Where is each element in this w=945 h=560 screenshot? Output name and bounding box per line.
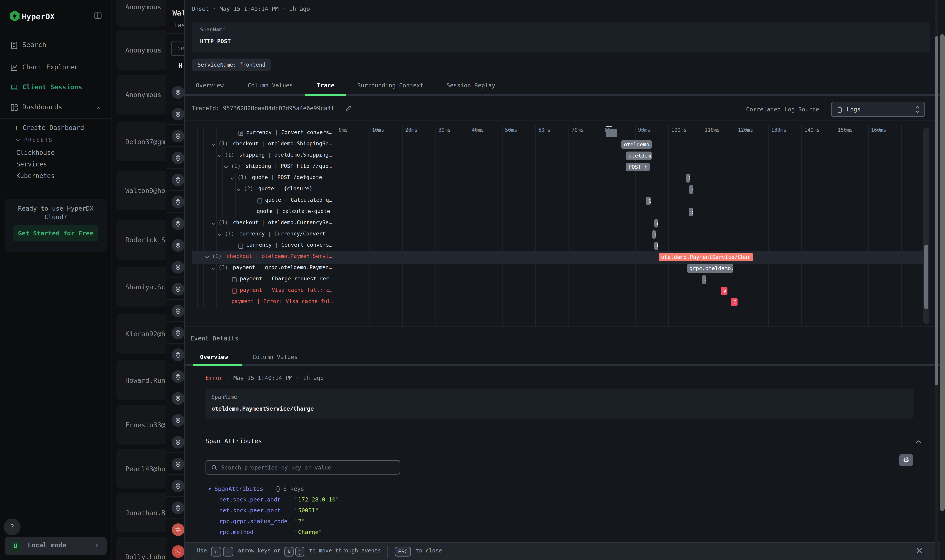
- attributes-root-row[interactable]: ▼ SpanAttributes {} 6 keys: [208, 485, 304, 492]
- session-event-row[interactable]: [166, 234, 184, 255]
- session-event-row[interactable]: [166, 431, 184, 452]
- session-event-row[interactable]: [166, 255, 184, 277]
- attribute-row[interactable]: net.sock.peer.port"50051": [219, 507, 281, 514]
- trace-span-row[interactable]: quote | Calculated q…C: [185, 195, 945, 206]
- span-duration-bar[interactable]: oteldemo.PaymentService/Char: [658, 253, 753, 262]
- session-event-row[interactable]: [166, 365, 184, 387]
- sidebar-item-chart-explorer[interactable]: Chart Explorer: [0, 61, 111, 75]
- span-duration-bar[interactable]: V: [721, 287, 728, 295]
- close-icon[interactable]: ×: [915, 545, 923, 555]
- session-event-row[interactable]: [166, 409, 184, 431]
- session-card[interactable]: Dolly.Lubo: [116, 537, 166, 560]
- sidebar-item-search[interactable]: Search: [0, 38, 111, 53]
- preset-kubernetes[interactable]: Kubernetes: [16, 172, 55, 180]
- session-card[interactable]: Walton9@ho: [116, 171, 166, 210]
- chevron-down-icon[interactable]: [211, 221, 216, 226]
- chevron-down-icon[interactable]: [230, 176, 235, 181]
- session-event-row[interactable]: [166, 474, 184, 496]
- session-card[interactable]: Jonathan.B: [116, 493, 166, 532]
- session-detail-chip[interactable]: H: [174, 60, 184, 72]
- session-card[interactable]: Shaniya.Sc: [116, 267, 166, 306]
- get-started-button[interactable]: Get Started for Free: [13, 225, 98, 242]
- session-event-row[interactable]: [166, 81, 184, 103]
- session-event-row[interactable]: [166, 299, 184, 321]
- local-mode-pill[interactable]: U Local mode: [5, 537, 106, 555]
- span-duration-bar[interactable]: c: [689, 208, 693, 217]
- attribute-row[interactable]: net.sock.peer.addr"172.28.0.10": [219, 496, 281, 503]
- trace-span-row[interactable]: (1)currency | Currency/ConvertC: [185, 229, 945, 240]
- session-event-row[interactable]: [166, 496, 184, 518]
- preset-services[interactable]: Services: [16, 160, 47, 168]
- sidebar-item-client-sessions[interactable]: Client Sessions: [0, 81, 111, 95]
- span-duration-bar[interactable]: C: [702, 275, 706, 284]
- preset-clickhouse[interactable]: Clickhouse: [16, 149, 55, 156]
- span-duration-bar[interactable]: P: [686, 174, 690, 183]
- chevron-down-icon[interactable]: [211, 142, 216, 148]
- session-card[interactable]: Anonymous: [116, 0, 166, 26]
- trace-span-row[interactable]: (1)shipping | POST http://quo…POST h: [185, 162, 945, 173]
- trace-span-row[interactable]: currency | Convert convers…C: [185, 240, 945, 252]
- waterfall-scrollbar[interactable]: [923, 128, 929, 324]
- trace-span-row[interactable]: (1)checkout | oteldemo.ShippingSe…otelde…: [185, 139, 945, 150]
- session-event-row[interactable]: [166, 540, 184, 560]
- session-event-row[interactable]: [166, 387, 184, 409]
- trace-span-row[interactable]: payment | Visa cache full: c…V: [185, 285, 945, 297]
- chevron-down-icon[interactable]: [223, 165, 228, 170]
- tab-overview[interactable]: Overview: [196, 82, 224, 89]
- help-button[interactable]: ?: [4, 518, 20, 535]
- edit-trace-id-icon[interactable]: [345, 105, 352, 112]
- span-duration-bar[interactable]: POST h: [626, 163, 650, 171]
- span-duration-bar[interactable]: [606, 129, 617, 138]
- session-card[interactable]: Kieran92@h: [116, 314, 166, 354]
- trace-span-row[interactable]: currency | Convert convers…: [185, 128, 945, 139]
- trace-span-row[interactable]: quote | calculate-quotec: [185, 206, 945, 218]
- presets-label[interactable]: PRESETS: [24, 137, 53, 143]
- attributes-search-input[interactable]: Search properties by key or value: [205, 460, 400, 475]
- log-source-select[interactable]: Logs: [831, 102, 925, 117]
- session-event-row[interactable]: [166, 321, 184, 343]
- tab-trace[interactable]: Trace: [317, 82, 335, 89]
- create-dashboard-button[interactable]: +Create Dashboard: [15, 124, 84, 132]
- span-duration-bar[interactable]: E: [731, 298, 738, 306]
- service-name-chip[interactable]: ServiceName: frontend: [192, 58, 271, 71]
- chevron-down-icon[interactable]: [211, 266, 216, 271]
- trace-span-row[interactable]: (1)shipping | oteldemo.Shipping…oteldem: [185, 150, 945, 162]
- session-events-search-input[interactable]: Sea: [171, 41, 184, 56]
- attribute-row[interactable]: rpc.grpc.status_code"2": [219, 518, 288, 525]
- gear-icon[interactable]: ⚙: [899, 454, 913, 466]
- span-duration-bar[interactable]: o: [654, 219, 658, 228]
- session-event-row[interactable]: [166, 168, 184, 190]
- session-event-row[interactable]: [166, 190, 184, 212]
- collapse-sidebar-icon[interactable]: [94, 11, 103, 20]
- chevron-down-icon[interactable]: [217, 232, 222, 238]
- session-card[interactable]: Ernesto33@: [116, 405, 166, 445]
- session-card[interactable]: Anonymous: [116, 30, 166, 70]
- event-details-tab-column-values[interactable]: Column Values: [253, 354, 298, 360]
- chevron-down-icon[interactable]: [236, 187, 241, 192]
- session-event-row[interactable]: [166, 452, 184, 474]
- session-card[interactable]: Deion37@gm: [116, 122, 166, 162]
- collapse-attributes-icon[interactable]: [915, 440, 922, 445]
- chevron-down-icon[interactable]: [217, 153, 222, 159]
- trace-span-row[interactable]: payment | Error: Visa cache ful…E: [185, 297, 945, 308]
- span-duration-bar[interactable]: {: [689, 185, 693, 194]
- trace-span-row[interactable]: payment | Charge request rec…C: [185, 274, 945, 285]
- trace-span-row[interactable]: (3)payment | grpc.oteldemo.Paymen…grpc.o…: [185, 263, 945, 274]
- trace-span-row[interactable]: (1)checkout | oteldemo.PaymentServi…otel…: [185, 252, 945, 263]
- span-duration-bar[interactable]: oteldemo.: [621, 140, 652, 149]
- span-duration-bar[interactable]: C: [654, 242, 658, 250]
- tab-column-values[interactable]: Column Values: [248, 82, 293, 89]
- attribute-row[interactable]: rpc.method"Charge": [219, 529, 253, 535]
- trace-span-row[interactable]: (1)checkout | oteldemo.CurrencySe…o: [185, 218, 945, 229]
- tab-session-replay[interactable]: Session Replay: [447, 82, 495, 89]
- brand-row[interactable]: HyperDX: [10, 10, 106, 22]
- chevron-down-icon[interactable]: [204, 255, 210, 260]
- session-event-row[interactable]: [166, 125, 184, 146]
- span-duration-bar[interactable]: C: [652, 231, 656, 239]
- event-details-tab-overview[interactable]: Overview: [200, 354, 228, 360]
- session-event-row[interactable]: [166, 146, 184, 168]
- span-duration-bar[interactable]: oteldem: [626, 152, 652, 160]
- tab-surrounding-context[interactable]: Surrounding Context: [357, 82, 424, 89]
- session-event-row[interactable]: [166, 343, 184, 365]
- trace-span-row[interactable]: (1)quote | POST /getquoteP: [185, 173, 945, 184]
